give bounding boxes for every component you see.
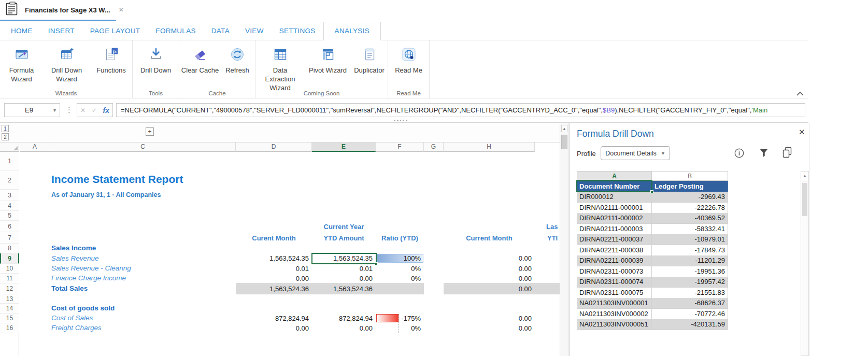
ribbon-button-refresh[interactable]: Refresh <box>220 46 254 75</box>
drill-row-13-ledger-posting[interactable]: -420131.59 <box>652 319 728 330</box>
drill-column-header-b[interactable]: B <box>652 171 728 181</box>
row-header-5[interactable]: 5 <box>0 211 19 221</box>
drill-field-header-ledger-posting[interactable]: Ledger Posting <box>652 181 728 192</box>
drill-row-9-document-number[interactable]: DIRNA02311-000074 <box>577 277 652 288</box>
scroll-up-icon[interactable]: ▲ <box>801 172 808 181</box>
grid-vertical-scrollbar[interactable]: ▲ <box>560 123 569 356</box>
drill-row-1-document-number[interactable]: DIR000012 <box>577 192 652 203</box>
name-box-dropdown-icon[interactable]: ▾ <box>53 107 60 113</box>
drill-row-13-document-number[interactable]: NA0211303INV000051 <box>577 319 652 330</box>
drill-row-4-document-number[interactable]: DIRNA02111-000003 <box>577 224 652 235</box>
ribbon-tab-analysis[interactable]: ANALYSIS <box>323 22 381 40</box>
drill-row-11-ledger-posting[interactable]: -68626.37 <box>652 298 728 309</box>
drill-row-12-ledger-posting[interactable]: -70772.46 <box>652 309 728 320</box>
drill-row-7-document-number[interactable]: DIRNA02211-000039 <box>577 255 652 266</box>
column-header-h[interactable]: H <box>444 143 535 152</box>
cell-h12[interactable]: 0.00 <box>444 283 535 294</box>
tab-close-icon[interactable]: ✕ <box>119 6 124 13</box>
row-header-16[interactable]: 16 <box>0 323 19 333</box>
row-header-15[interactable]: 15 <box>0 314 19 323</box>
cell-f10[interactable]: 0% <box>376 264 424 274</box>
row-label-sales-income[interactable]: Sales Income <box>51 244 96 252</box>
cell-d10[interactable]: 0.01 <box>236 264 312 274</box>
drill-row-9-ledger-posting[interactable]: -19957.42 <box>652 277 728 288</box>
ribbon-tab-settings[interactable]: SETTINGS <box>272 22 323 40</box>
cell-h11[interactable]: 0.00 <box>444 274 535 283</box>
workbook-tab[interactable]: Financials for Sage X3 W... ✕ <box>0 0 116 20</box>
drill-row-1-ledger-posting[interactable]: -2969.43 <box>652 192 728 203</box>
drill-row-6-ledger-posting[interactable]: -17849.73 <box>652 245 728 256</box>
drill-row-8-ledger-posting[interactable]: -19951.36 <box>652 266 728 277</box>
column-header-f[interactable]: F <box>376 143 424 152</box>
outline-expand-button[interactable]: + <box>146 127 154 136</box>
insert-function-icon[interactable]: fx <box>103 106 109 115</box>
drill-row-3-ledger-posting[interactable]: -40369.52 <box>652 213 728 224</box>
ribbon-button-pivot-wizard[interactable]: Pivot Wizard <box>305 46 351 75</box>
filter-icon[interactable] <box>759 148 769 160</box>
drill-row-5-ledger-posting[interactable]: -10979.01 <box>652 234 728 245</box>
grid-scrollbar-thumb[interactable] <box>561 135 567 149</box>
cell-e11[interactable]: 0.00 <box>312 274 376 283</box>
row-header-3[interactable]: 3 <box>0 190 19 201</box>
ribbon-tab-insert[interactable]: INSERT <box>40 22 82 40</box>
row-header-11[interactable]: 11 <box>0 274 19 283</box>
cell-e16[interactable]: 0.00 <box>312 323 376 333</box>
drill-row-4-ledger-posting[interactable]: -58332.41 <box>652 224 728 235</box>
cell-h16[interactable]: 0.00 <box>444 323 535 333</box>
ribbon-collapse-chevron-icon[interactable] <box>796 89 804 98</box>
panel-scrollbar-thumb[interactable] <box>802 183 807 216</box>
ribbon-tab-page-layout[interactable]: PAGE LAYOUT <box>82 22 148 40</box>
drill-selected-cell-fill-handle[interactable] <box>650 190 653 193</box>
panel-vertical-scrollbar[interactable]: ▲ <box>801 171 809 356</box>
cell-h9[interactable]: 0.00 <box>444 253 535 264</box>
row-header-4[interactable]: 4 <box>0 201 19 211</box>
column-header-d[interactable]: D <box>236 143 312 152</box>
cell-d9[interactable]: 1,563,524.35 <box>236 253 312 264</box>
drill-row-3-document-number[interactable]: DIRNA02111-000002 <box>577 213 652 224</box>
row-header-1[interactable]: 1 <box>0 152 19 171</box>
drill-row-5-document-number[interactable]: DIRNA02211-000037 <box>577 234 652 245</box>
drill-row-8-document-number[interactable]: DIRNA02311-000073 <box>577 266 652 277</box>
row-header-12[interactable]: 12 <box>0 283 19 294</box>
drill-row-2-ledger-posting[interactable]: -22226.78 <box>652 203 728 213</box>
ribbon-button-formula-wizard[interactable]: FormulaWizard <box>1 46 42 84</box>
profile-dropdown[interactable]: Document Details ▼ <box>601 146 670 160</box>
row-label-finance-charge-income[interactable]: Finance Charge Income <box>51 274 126 282</box>
row-header-14[interactable]: 14 <box>0 304 19 314</box>
row-header-9[interactable]: 9 <box>0 253 19 264</box>
formula-bar-kebab-icon[interactable]: ⋮ <box>65 104 73 116</box>
copy-icon[interactable] <box>782 147 792 160</box>
panel-close-icon[interactable]: ✕ <box>799 127 805 137</box>
ribbon-button-data-extraction-wizard[interactable]: DataExtractionWizard <box>256 46 305 93</box>
ribbon-button-drill-down[interactable]: Drill Down <box>133 46 179 75</box>
cell-h15[interactable]: 0.00 <box>444 314 535 323</box>
ribbon-button-clear-cache[interactable]: Clear Cache <box>180 46 220 75</box>
cell-d15[interactable]: 872,824.94 <box>236 314 312 323</box>
cell-f11[interactable]: 0% <box>376 274 424 283</box>
ribbon-button-functions[interactable]: fxFunctions <box>91 46 132 75</box>
column-header-a[interactable]: A <box>20 143 50 152</box>
name-box[interactable]: E9 ▾ <box>4 103 60 117</box>
cancel-icon[interactable]: ✕ <box>80 107 86 114</box>
drill-row-10-ledger-posting[interactable]: -21551.83 <box>652 288 728 298</box>
drill-row-11-document-number[interactable]: NA0211303INV000001 <box>577 298 652 309</box>
cell-f9[interactable]: 100% <box>376 253 424 264</box>
row-label-cost-of-goods-sold[interactable]: Cost of goods sold <box>51 304 115 312</box>
row-label-sales-revenue-clearing[interactable]: Sales Revenue - Clearing <box>51 264 131 272</box>
info-icon[interactable] <box>734 148 744 160</box>
row-label-freight-charges[interactable]: Freight Charges <box>51 324 102 332</box>
row-header-2[interactable]: 2 <box>0 171 19 190</box>
row-header-10[interactable]: 10 <box>0 264 19 274</box>
row-header-8[interactable]: 8 <box>0 244 19 253</box>
enter-icon[interactable]: ✓ <box>92 107 97 114</box>
cell-e15[interactable]: 872,824.94 <box>312 314 376 323</box>
ribbon-tab-view[interactable]: VIEW <box>237 22 272 40</box>
cell-d16[interactable]: 0.00 <box>236 323 312 333</box>
ribbon-button-duplicator[interactable]: Duplicator <box>351 46 388 75</box>
cell-f15[interactable]: -175% <box>376 314 424 323</box>
drill-column-header-a[interactable]: A <box>577 171 652 181</box>
row-header-7[interactable]: 7 <box>0 232 19 244</box>
ribbon-button-drill-down-wizard[interactable]: Drill DownWizard <box>42 46 91 84</box>
column-header-e[interactable]: E <box>312 143 376 152</box>
row-header-6[interactable]: 6 <box>0 221 19 232</box>
